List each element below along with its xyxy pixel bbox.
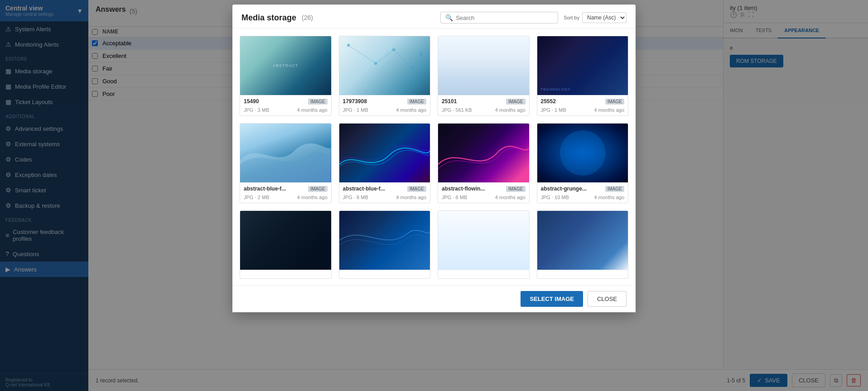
modal-body: ABSTRACT 15490 IMAGE JPG · 3 MB 4 months… — [232, 29, 636, 285]
search-input[interactable] — [456, 14, 553, 21]
image-card-8[interactable]: abstract-grunge... IMAGE JPG · 10 MB 4 m… — [537, 123, 629, 203]
sort-control: Sort by Name (Asc) — [564, 12, 627, 23]
image-age: 4 months ago — [495, 107, 526, 113]
modal-search-container[interactable]: 🔍 — [440, 12, 558, 24]
image-thumbnail — [339, 36, 430, 95]
sort-label: Sort by — [564, 15, 579, 20]
image-info — [438, 270, 529, 276]
image-info: abstract-blue-f... IMAGE — [240, 182, 331, 195]
image-thumbnail: TECHNOLOGY — [537, 36, 628, 95]
image-meta — [438, 276, 529, 278]
image-format-size: JPG · 10 MB — [541, 195, 569, 200]
svg-point-5 — [374, 62, 377, 65]
image-meta: JPG · 561 KB 4 months ago — [438, 107, 529, 115]
image-type-badge: IMAGE — [407, 186, 426, 192]
image-format-size: JPG · 1 MB — [541, 107, 566, 113]
image-thumbnail — [339, 211, 430, 270]
image-thumbnail: ABSTRACT — [240, 36, 331, 95]
image-thumbnail — [240, 211, 331, 270]
image-thumbnail — [438, 211, 529, 270]
image-name: 15490 — [244, 98, 259, 105]
modal-header: Media storage (26) 🔍 Sort by Name (Asc) — [232, 5, 636, 29]
image-card-3[interactable]: 25101 IMAGE JPG · 561 KB 4 months ago — [438, 36, 530, 116]
select-image-button[interactable]: SELECT IMAGE — [521, 291, 583, 307]
image-thumbnail — [240, 124, 331, 182]
image-type-badge: IMAGE — [506, 99, 525, 105]
sort-select[interactable]: Name (Asc) — [582, 12, 627, 23]
image-format-size: JPG · 8 MB — [442, 195, 467, 200]
image-age: 4 months ago — [297, 107, 328, 113]
image-type-badge: IMAGE — [605, 99, 624, 105]
svg-line-3 — [412, 54, 421, 68]
image-info: abstract-flowin... IMAGE — [438, 182, 529, 195]
image-info: 15490 IMAGE — [240, 95, 331, 107]
image-meta — [537, 276, 628, 278]
svg-point-7 — [410, 67, 413, 69]
search-icon: 🔍 — [445, 14, 453, 21]
image-meta: JPG · 8 MB 4 months ago — [339, 195, 430, 203]
image-info: 25101 IMAGE — [438, 95, 529, 107]
image-name: abstract-flowin... — [442, 186, 485, 192]
image-format-size: JPG · 2 MB — [244, 195, 269, 200]
image-thumbnail — [537, 211, 628, 270]
image-card-5[interactable]: abstract-blue-f... IMAGE JPG · 2 MB 4 mo… — [240, 123, 332, 203]
image-meta: JPG · 3 MB 4 months ago — [240, 107, 331, 115]
image-thumbnail — [438, 36, 529, 95]
image-card-4[interactable]: TECHNOLOGY 25552 IMAGE JPG · 1 MB 4 mont… — [537, 36, 629, 116]
image-type-badge: IMAGE — [308, 186, 327, 192]
image-age: 4 months ago — [297, 195, 328, 200]
image-type-badge: IMAGE — [308, 99, 327, 105]
image-card-12[interactable] — [537, 210, 629, 279]
image-card-9[interactable] — [240, 210, 332, 279]
image-meta: JPG · 10 MB 4 months ago — [537, 195, 628, 203]
image-card-11[interactable] — [438, 210, 530, 279]
image-name: abstract-grunge... — [541, 186, 587, 192]
image-name: abstract-blue-f... — [244, 186, 286, 192]
svg-line-0 — [348, 45, 376, 63]
image-format-size: JPG · 561 KB — [442, 107, 472, 113]
svg-point-6 — [392, 48, 395, 51]
image-card-6[interactable]: abstract-blue-f... IMAGE JPG · 8 MB 4 mo… — [339, 123, 431, 203]
image-meta: JPG · 2 MB 4 months ago — [240, 195, 331, 203]
image-info: 25552 IMAGE — [537, 95, 628, 107]
image-info — [537, 270, 628, 276]
image-thumbnail — [339, 124, 430, 182]
image-name: 25552 — [541, 98, 556, 105]
svg-line-1 — [376, 50, 394, 63]
image-type-badge: IMAGE — [407, 99, 426, 105]
image-age: 4 months ago — [396, 107, 426, 113]
image-info — [339, 270, 430, 276]
image-thumbnail — [537, 124, 628, 182]
image-age: 4 months ago — [594, 195, 624, 200]
image-info: abstract-grunge... IMAGE — [537, 182, 628, 195]
svg-line-2 — [394, 50, 412, 68]
image-meta: JPG · 1 MB 4 months ago — [339, 107, 430, 115]
media-storage-modal: Media storage (26) 🔍 Sort by Name (Asc) … — [232, 5, 636, 312]
image-info: 17973908 IMAGE — [339, 95, 430, 107]
modal-title: Media storage — [241, 13, 296, 23]
image-age: 4 months ago — [594, 107, 624, 113]
modal-count: (26) — [302, 14, 313, 21]
image-thumbnail — [438, 124, 529, 182]
svg-point-4 — [347, 44, 350, 47]
image-type-badge: IMAGE — [506, 186, 525, 192]
image-age: 4 months ago — [396, 195, 426, 200]
image-meta: JPG · 1 MB 4 months ago — [537, 107, 628, 115]
image-card-7[interactable]: abstract-flowin... IMAGE JPG · 8 MB 4 mo… — [438, 123, 530, 203]
image-card-10[interactable] — [339, 210, 431, 279]
image-grid: ABSTRACT 15490 IMAGE JPG · 3 MB 4 months… — [240, 36, 628, 279]
svg-point-8 — [420, 53, 422, 56]
image-info: abstract-blue-f... IMAGE — [339, 182, 430, 195]
image-format-size: JPG · 3 MB — [244, 107, 269, 113]
svg-point-10 — [569, 139, 596, 167]
close-modal-button[interactable]: CLOSE — [588, 291, 627, 307]
image-meta — [240, 276, 331, 278]
image-type-badge: IMAGE — [605, 186, 624, 192]
modal-overlay[interactable]: Media storage (26) 🔍 Sort by Name (Asc) … — [0, 0, 868, 391]
image-name: abstract-blue-f... — [343, 186, 385, 192]
image-card-1[interactable]: ABSTRACT 15490 IMAGE JPG · 3 MB 4 months… — [240, 36, 332, 116]
image-meta — [339, 276, 430, 278]
image-age: 4 months ago — [495, 195, 526, 200]
image-name: 25101 — [442, 98, 457, 105]
image-card-2[interactable]: 17973908 IMAGE JPG · 1 MB 4 months ago — [339, 36, 431, 116]
